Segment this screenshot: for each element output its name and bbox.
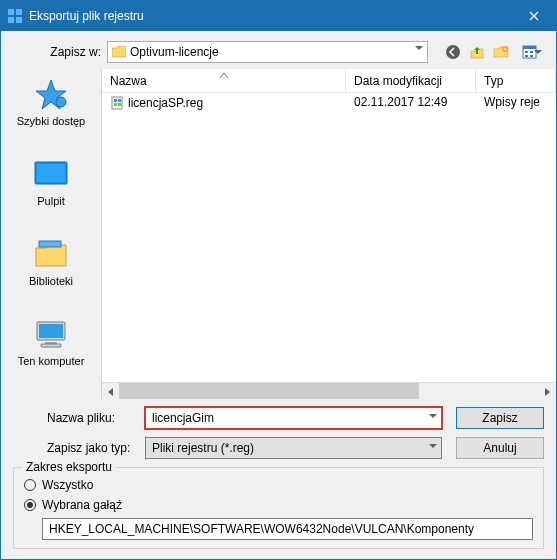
save-in-row: Zapisz w: Optivum-licencje	[1, 31, 556, 69]
save-as-type-label: Zapisz jako typ:	[47, 441, 131, 455]
branch-path-input[interactable]	[42, 518, 533, 540]
export-scope-group: Zakres eksportu Wszystko Wybrana gałąź	[13, 467, 544, 549]
scroll-left-button[interactable]	[102, 383, 119, 399]
new-folder-button[interactable]	[490, 41, 512, 63]
scroll-track[interactable]	[119, 383, 539, 399]
form-area: Nazwa pliku: Zapisz Zapisz jako typ: Pli…	[1, 399, 556, 463]
svg-rect-10	[525, 55, 528, 57]
svg-rect-0	[8, 9, 14, 15]
column-label: Nazwa	[110, 74, 147, 88]
desktop-icon	[30, 155, 72, 193]
window-title: Eksportuj plik rejestru	[29, 9, 511, 23]
place-this-pc[interactable]: Ten komputer	[5, 311, 97, 371]
svg-rect-18	[39, 324, 63, 338]
place-quick-access[interactable]: Szybki dostęp	[5, 71, 97, 131]
back-button[interactable]	[442, 41, 464, 63]
svg-rect-27	[114, 103, 117, 106]
svg-rect-28	[118, 103, 121, 106]
radio-icon	[24, 479, 36, 491]
export-scope-title: Zakres eksportu	[22, 460, 116, 474]
svg-rect-15	[37, 164, 65, 182]
chevron-down-icon	[429, 444, 437, 448]
file-name: licencjaSP.reg	[128, 96, 203, 110]
save-as-type-combo[interactable]: Pliki rejestru (*.reg)	[145, 437, 442, 459]
place-libraries[interactable]: Biblioteki	[5, 231, 97, 291]
titlebar: Eksportuj plik rejestru	[1, 1, 556, 31]
quick-access-icon	[30, 75, 72, 113]
save-button[interactable]: Zapisz	[456, 407, 544, 429]
svg-rect-11	[530, 55, 533, 57]
folder-icon	[112, 46, 126, 58]
svg-rect-7	[523, 46, 536, 49]
toolbar-buttons	[442, 41, 544, 63]
column-type[interactable]: Typ	[476, 69, 556, 92]
svg-rect-1	[16, 9, 22, 15]
computer-icon	[30, 315, 72, 353]
svg-rect-3	[16, 17, 22, 23]
scroll-right-button[interactable]	[539, 383, 556, 399]
file-name-cell: licencjaSP.reg	[102, 93, 346, 113]
place-label: Pulpit	[37, 195, 65, 207]
column-modified[interactable]: Data modyfikacji	[346, 69, 476, 92]
chevron-down-icon	[534, 50, 542, 54]
file-rows[interactable]: licencjaSP.reg 02.11.2017 12:49 Wpisy re…	[102, 93, 556, 382]
radio-label: Wybrana gałąź	[42, 498, 122, 512]
sort-indicator-icon	[220, 69, 228, 81]
close-icon	[529, 11, 539, 21]
file-row[interactable]: licencjaSP.reg 02.11.2017 12:49 Wpisy re…	[102, 93, 556, 113]
close-button[interactable]	[511, 1, 556, 31]
radio-selected-branch[interactable]: Wybrana gałąź	[24, 498, 533, 512]
file-name-combo[interactable]	[145, 407, 442, 429]
back-icon	[445, 44, 461, 60]
places-bar: Szybki dostęp Pulpit Biblioteki Ten komp…	[1, 69, 101, 399]
radio-label: Wszystko	[42, 478, 93, 492]
libraries-icon	[30, 235, 72, 273]
file-type: Wpisy reje	[476, 93, 556, 113]
svg-rect-2	[8, 17, 14, 23]
scroll-thumb[interactable]	[119, 383, 419, 399]
column-label: Typ	[484, 74, 503, 88]
svg-rect-8	[525, 51, 528, 53]
up-icon	[469, 44, 485, 60]
chevron-right-icon	[545, 388, 550, 396]
cancel-button[interactable]: Anuluj	[456, 437, 544, 459]
place-desktop[interactable]: Pulpit	[5, 151, 97, 211]
save-in-combo[interactable]: Optivum-licencje	[107, 41, 428, 63]
svg-rect-16	[39, 241, 61, 247]
file-name-row: Nazwa pliku: Zapisz	[47, 407, 544, 429]
save-as-type-row: Zapisz jako typ: Pliki rejestru (*.reg) …	[47, 437, 544, 459]
svg-point-13	[56, 97, 66, 107]
dialog-body: Szybki dostęp Pulpit Biblioteki Ten komp…	[1, 69, 556, 399]
column-headers: Nazwa Data modyfikacji Typ	[102, 69, 556, 93]
svg-rect-9	[530, 51, 533, 53]
place-label: Ten komputer	[18, 355, 85, 367]
place-label: Biblioteki	[29, 275, 73, 287]
place-label: Szybki dostęp	[17, 115, 85, 127]
chevron-left-icon	[108, 388, 113, 396]
column-label: Data modyfikacji	[354, 74, 442, 88]
file-name-input[interactable]	[152, 411, 419, 425]
svg-rect-20	[41, 344, 61, 347]
branch-path-row	[42, 518, 533, 540]
export-registry-dialog: Eksportuj plik rejestru Zapisz w: Optivu…	[0, 0, 557, 560]
chevron-down-icon	[415, 46, 423, 50]
svg-rect-26	[118, 99, 121, 102]
app-icon	[7, 8, 23, 24]
chevron-down-icon	[429, 414, 437, 418]
save-in-label: Zapisz w:	[47, 45, 101, 59]
file-modified: 02.11.2017 12:49	[346, 93, 476, 113]
file-list-pane: Nazwa Data modyfikacji Typ licencjaSP.re…	[101, 69, 556, 399]
svg-point-4	[446, 45, 460, 59]
radio-all[interactable]: Wszystko	[24, 478, 533, 492]
file-name-label: Nazwa pliku:	[47, 411, 131, 425]
horizontal-scrollbar[interactable]	[102, 382, 556, 399]
column-name[interactable]: Nazwa	[102, 69, 346, 92]
place-network[interactable]: Sieć	[5, 391, 97, 399]
svg-rect-25	[114, 99, 117, 102]
view-menu-button[interactable]	[514, 41, 544, 63]
reg-file-icon	[110, 96, 124, 110]
up-one-level-button[interactable]	[466, 41, 488, 63]
new-folder-icon	[493, 44, 509, 60]
save-in-value: Optivum-licencje	[130, 45, 219, 59]
save-as-type-value: Pliki rejestru (*.reg)	[152, 441, 254, 455]
